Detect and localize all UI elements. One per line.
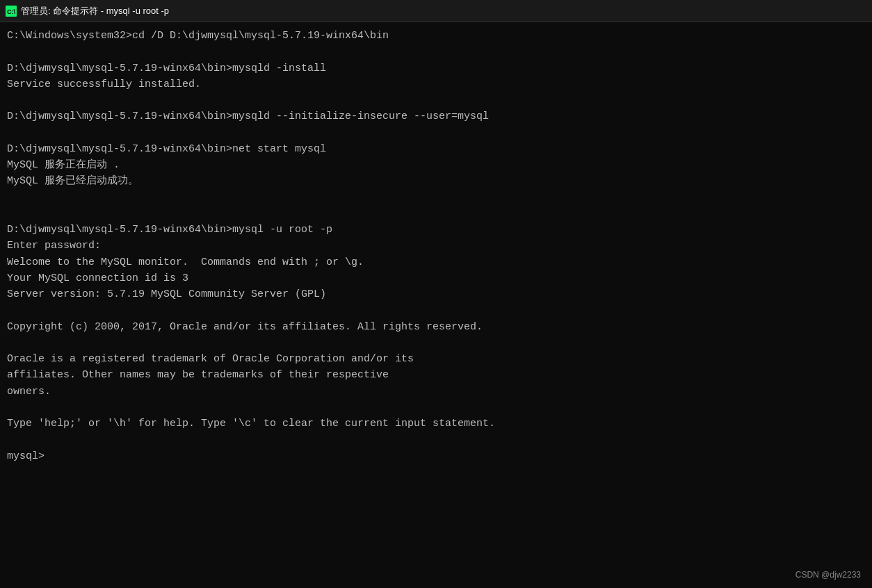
terminal-line: Enter password: [7, 238, 865, 254]
terminal-line [7, 125, 865, 141]
terminal-line [7, 400, 865, 416]
terminal-line [7, 190, 865, 206]
terminal-line: Server version: 5.7.19 MySQL Community S… [7, 286, 865, 302]
svg-text:C:\: C:\ [7, 8, 15, 15]
terminal-line: Copyright (c) 2000, 2017, Oracle and/or … [7, 319, 865, 335]
terminal-line: D:\djwmysql\mysql-5.7.19-winx64\bin>mysq… [7, 222, 865, 238]
terminal-line [7, 206, 865, 222]
terminal-line [7, 302, 865, 318]
terminal-line: Type 'help;' or '\h' for help. Type '\c'… [7, 416, 865, 432]
terminal-line [7, 92, 865, 108]
terminal-line: D:\djwmysql\mysql-5.7.19-winx64\bin>mysq… [7, 60, 865, 76]
terminal-line: affiliates. Other names may be trademark… [7, 367, 865, 383]
terminal-line: Oracle is a registered trademark of Orac… [7, 351, 865, 367]
terminal-line [7, 335, 865, 351]
title-bar: C:\ 管理员: 命令提示符 - mysql -u root -p [0, 0, 872, 22]
terminal-line: D:\djwmysql\mysql-5.7.19-winx64\bin>mysq… [7, 108, 865, 124]
terminal-line: owners. [7, 384, 865, 400]
terminal-line [7, 44, 865, 60]
watermark: CSDN @djw2233 [796, 570, 861, 580]
cmd-icon: C:\ [6, 6, 17, 17]
terminal-line: Welcome to the MySQL monitor. Commands e… [7, 254, 865, 270]
terminal-line: mysql> [7, 448, 865, 464]
terminal-line: C:\Windows\system32>cd /D D:\djwmysql\my… [7, 28, 865, 44]
terminal-line: D:\djwmysql\mysql-5.7.19-winx64\bin>net … [7, 141, 865, 157]
terminal-line [7, 432, 865, 448]
terminal-line: Service successfully installed. [7, 76, 865, 92]
title-bar-text: 管理员: 命令提示符 - mysql -u root -p [21, 5, 169, 17]
terminal-body: C:\Windows\system32>cd /D D:\djwmysql\my… [0, 22, 872, 588]
terminal-line: MySQL 服务正在启动 . [7, 157, 865, 173]
terminal-line: Your MySQL connection id is 3 [7, 270, 865, 286]
terminal-line: MySQL 服务已经启动成功。 [7, 173, 865, 189]
